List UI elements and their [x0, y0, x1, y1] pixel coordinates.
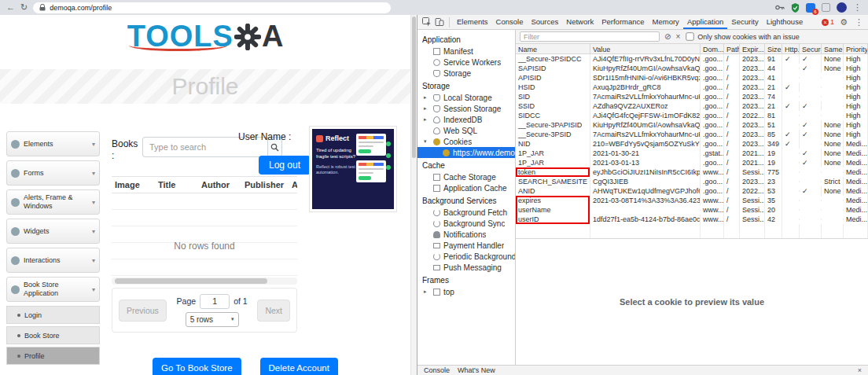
cookie-row-apisid[interactable]: APISIDSDr1I15mfHNINi-o/Avi6HBKR5vqz5nIVX… [516, 73, 868, 83]
inspect-icon[interactable] [422, 17, 432, 27]
tree-item-background-sync[interactable]: Background Sync [417, 218, 515, 229]
cookie-col-header-secure[interactable]: Secure [800, 44, 822, 53]
tree-item-application-cache[interactable]: Application Cache [417, 182, 515, 193]
cookie-row-hsid[interactable]: HSIDAxuqJp2BHrdr_gRC8.goo.../2023...21✓H… [516, 83, 868, 92]
cookie-col-header-priority[interactable]: Priority [844, 44, 868, 53]
cookie-row-nid[interactable]: NID210=WBFdYy5vQsjam5OZYuSkYGoKufL....go… [516, 139, 868, 149]
col-header-author[interactable]: Author [198, 177, 241, 193]
tree-item-notifications[interactable]: Notifications [417, 229, 515, 240]
key-icon[interactable] [775, 5, 785, 10]
cookie-col-header-dom[interactable]: Dom... [701, 44, 724, 53]
cookie-row-search-samesite[interactable]: SEARCH_SAMESITECgQI3JIEB.goo.../2023...2… [516, 177, 868, 186]
tree-item-periodic-background-sync[interactable]: Periodic Background Sync [417, 251, 515, 262]
issue-filter-checkbox[interactable] [686, 32, 694, 40]
tree-item-local-storage[interactable]: ▸Local Storage [417, 92, 515, 103]
tree-item-cookies[interactable]: ▾Cookies [417, 136, 515, 147]
cookie-col-header-expir[interactable]: Expir... [740, 44, 765, 53]
cookie-row-anid[interactable]: ANIDAHWqTUKEw1qUdfmegVGPJhof67tHcvE....g… [516, 186, 868, 196]
drawer-console-tab[interactable]: Console [424, 366, 450, 374]
sidebar-item-book-store[interactable]: Book Store [6, 326, 100, 344]
cookie-row-expires[interactable]: expires2021-03-08T14%3A33%3A36.423Zwww..… [516, 196, 868, 205]
devtools-tab-memory[interactable]: Memory [649, 15, 683, 29]
chevron-collapsed-icon[interactable]: ▸ [424, 116, 430, 123]
page-scrollbar[interactable] [410, 15, 417, 375]
ad-banner[interactable]: Reflect Tired of updating fragile test s… [309, 126, 397, 212]
drawer-close-icon[interactable]: × [858, 366, 862, 374]
error-badge[interactable]: ×1 [822, 18, 834, 26]
extension-icon[interactable]: 6 [806, 3, 815, 13]
tree-item-cache-storage[interactable]: Cache Storage [417, 171, 515, 182]
tree-item-top[interactable]: ▸top [417, 286, 515, 297]
cookie-row-ssid[interactable]: SSIDAZdha9QVZ2AUXERoz.goo.../2023...21✓✓… [516, 101, 868, 111]
go-to-book-store-button[interactable]: Go To Book Store [153, 358, 241, 375]
devtools-tab-lighthouse[interactable]: Lighthouse [763, 15, 807, 29]
devtools-tab-security[interactable]: Security [727, 15, 762, 29]
cookie-row-1p-jar[interactable]: 1P_JAR2021-01-30-21.gstat.../2021...19✓N… [516, 149, 868, 158]
reload-icon[interactable]: ↻ [20, 3, 28, 12]
sidebar-group-book-store-application[interactable]: Book Store Application▾ [6, 277, 100, 302]
page-number-input[interactable] [200, 294, 230, 309]
cookie-col-header-path[interactable]: Path [724, 44, 740, 53]
tree-item-background-fetch[interactable]: Background Fetch [417, 207, 515, 218]
cookie-filter-input[interactable] [520, 31, 660, 42]
devtools-tab-elements[interactable]: Elements [453, 15, 492, 29]
drawer-whats-new-tab[interactable]: What's New [458, 366, 495, 374]
cookie-row-userid[interactable]: userID1dfd27f1-ea5b-4124-b7bd-86ae0c1997… [516, 215, 868, 224]
issue-filter[interactable]: Only show cookies with an issue [685, 31, 800, 42]
scrollbar-thumb[interactable] [115, 278, 267, 284]
sidebar-item-profile[interactable]: Profile [6, 347, 100, 365]
devtools-tab-console[interactable]: Console [492, 15, 528, 29]
col-header-publisher[interactable]: Publisher [241, 177, 289, 193]
extensions-menu-icon[interactable] [822, 3, 830, 12]
cookie-row-secure-3papisid[interactable]: __Secure-3PAPISIDKiuHpyRfZf40UmGI/Aowhsa… [516, 120, 868, 130]
horizontal-scrollbar[interactable] [112, 278, 297, 285]
tree-item-service-workers[interactable]: Service Workers [417, 57, 515, 68]
cookie-row-username[interactable]: userNamewww.../Sessi...20Medi... [516, 205, 868, 215]
devtools-tab-network[interactable]: Network [562, 15, 598, 29]
cookie-row-token[interactable]: tokeneyJhbGciOiJIUzI1NiIsInR5cCI6IkpXVCJ… [516, 167, 868, 177]
next-button[interactable]: Next [257, 300, 290, 322]
back-icon[interactable]: ← [6, 3, 15, 12]
col-header-image[interactable]: Image [112, 177, 155, 193]
tree-item-push-messaging[interactable]: Push Messaging [417, 262, 515, 273]
device-toolbar-icon[interactable] [435, 17, 444, 27]
col-header-title[interactable]: Title [155, 177, 198, 193]
tree-item-indexeddb[interactable]: ▸IndexedDB [417, 114, 515, 125]
sidebar-group-interactions[interactable]: Interactions▾ [6, 248, 100, 273]
tree-item-session-storage[interactable]: ▸Session Storage [417, 103, 515, 114]
cookie-row-sidcc[interactable]: SIDCCAJi4QfG4fcQejFFSW-i1mOFdK82UznOG...… [516, 111, 868, 120]
chevron-collapsed-icon[interactable]: ▸ [424, 105, 430, 112]
devtools-tab-performance[interactable]: Performance [598, 15, 648, 29]
profile-avatar[interactable] [837, 2, 847, 13]
delete-account-button[interactable]: Delete Account [260, 358, 338, 375]
tree-item-payment-handler[interactable]: Payment Handler [417, 240, 515, 251]
delete-cookie-icon[interactable]: × [675, 33, 680, 41]
tree-item-storage[interactable]: Storage [417, 68, 515, 79]
cookie-row-1p-jar[interactable]: 1P_JAR2021-03-01-13.goo.../2021...19✓Non… [516, 158, 868, 167]
previous-button[interactable]: Previous [119, 300, 167, 322]
cookie-row-sid[interactable]: SID7AcmaiRs2VLLfmkxYohaurMnc-uKlUeRD....… [516, 92, 868, 101]
cookie-row-secure-3psidcc[interactable]: __Secure-3PSIDCCAJi4QfE7fIIg-rrVRv3xLfnL… [516, 54, 868, 64]
devtools-tab-application[interactable]: Application [683, 15, 727, 29]
chevron-expanded-icon[interactable]: ▾ [424, 138, 430, 145]
sidebar-group-elements[interactable]: Elements▾ [6, 131, 100, 156]
cookie-col-header-value[interactable]: Value [590, 44, 701, 53]
browser-menu-icon[interactable]: ⋮ [853, 2, 862, 13]
cookie-col-header-size[interactable]: Size [765, 44, 782, 53]
logout-button[interactable]: Log out [259, 156, 311, 175]
sidebar-group-forms[interactable]: Forms▾ [6, 160, 100, 186]
col-header-action[interactable]: Action [289, 177, 297, 193]
tree-item-https-www-demoqa-com[interactable]: https://www.demoqa.com [417, 147, 515, 158]
devtools-tab-sources[interactable]: Sources [527, 15, 562, 29]
chevron-collapsed-icon[interactable]: ▸ [424, 289, 430, 295]
cookie-col-header-http[interactable]: Http... [782, 44, 800, 53]
cookie-row-sapisid[interactable]: SAPISIDKiuHpyRfZf40UmGI/AowhsaVkaQymWQ..… [516, 64, 868, 73]
cookie-col-header-name[interactable]: Name [516, 44, 590, 53]
settings-gear-icon[interactable]: ⚙ [840, 18, 848, 27]
cookie-col-header-same[interactable]: Same... [822, 44, 844, 53]
chevron-collapsed-icon[interactable]: ▸ [424, 94, 430, 101]
tree-item-web-sql[interactable]: Web SQL [417, 125, 515, 136]
sidebar-group-alerts-frame-windows[interactable]: Alerts, Frame & Windows▾ [6, 189, 100, 215]
scrollbar-thumb[interactable] [412, 17, 416, 158]
rows-per-page-select[interactable]: 5 rows ▾ [186, 312, 239, 327]
